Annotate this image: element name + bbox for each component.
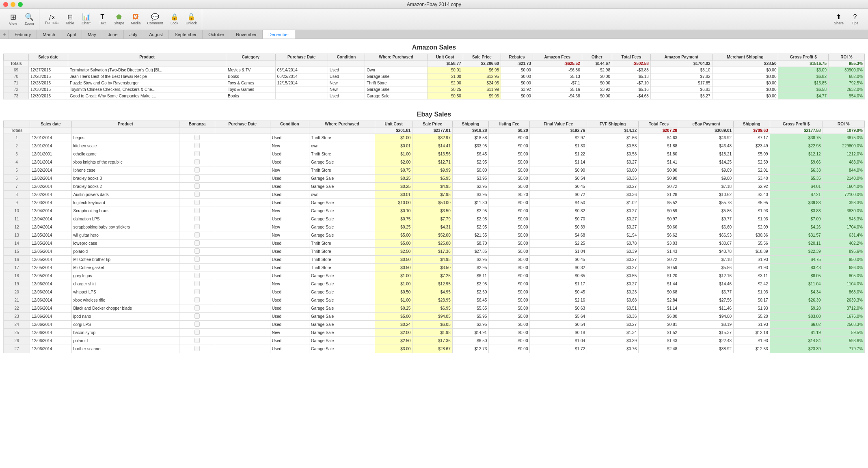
ebay-table-row: 20 12/06/2014 whippet LPS Used Garage Sa… — [4, 288, 865, 296]
ebay-header-ebay-payment: eBay Payment — [679, 121, 734, 127]
ebay-total-fees: $1.44 — [639, 280, 679, 288]
ebay-where: Garage Sale — [309, 223, 375, 231]
ebay-shipping2: $1.93 — [734, 288, 770, 296]
ebay-where: Garage Sale — [309, 329, 375, 337]
ebay-listing-fee: $0.00 — [489, 215, 530, 223]
ebay-total-fees: $1.28 — [639, 191, 679, 199]
amazon-header-amazon-payment: Amazon Payment — [650, 54, 712, 60]
ebay-shipping: $6.45 — [452, 296, 489, 304]
ebay-gross-profit: $7.21 — [770, 191, 823, 199]
ebay-total-fees: $6.62 — [639, 231, 679, 239]
ebay-fvf-shipping: $0.27 — [587, 183, 639, 191]
amazon-header-product: Product — [68, 54, 226, 60]
tab-june[interactable]: June — [102, 30, 124, 39]
ebay-condition: New — [270, 231, 309, 239]
chart-button[interactable]: 📊 Chart — [79, 13, 93, 26]
amazon-header-purchase-date: Purchase Date — [275, 54, 328, 60]
row-num: 73 — [4, 93, 29, 99]
tab-november[interactable]: November — [230, 30, 263, 39]
media-button[interactable]: 🖼 Media — [128, 13, 143, 26]
row-num: 13 — [4, 231, 30, 239]
ebay-bonanza — [179, 142, 215, 150]
amazon-product: Puzzle Stow and Go by Ravensburger — [68, 80, 226, 86]
text-button[interactable]: T Text — [95, 13, 110, 26]
maximize-button[interactable] — [18, 2, 23, 7]
ebay-listing-fee: $0.00 — [489, 264, 530, 272]
tab-febuary[interactable]: Febuary — [9, 30, 37, 39]
tab-august[interactable]: August — [143, 30, 169, 39]
amazon-totals-amazon-payment: $1704.02 — [650, 60, 712, 67]
ebay-where: Garage Sale — [309, 321, 375, 329]
ebay-table-row: 12 12/04/2014 scrapbooking baby boy stic… — [4, 223, 865, 231]
ebay-where: Garage Sale — [309, 175, 375, 183]
ebay-table-row: 25 12/06/2014 bacon syrup New Garage Sal… — [4, 329, 865, 337]
tab-september[interactable]: September — [169, 30, 203, 39]
amazon-header-where: Where Purchased — [365, 54, 428, 60]
ebay-ebay-payment: $22.43 — [679, 337, 734, 345]
comment-button[interactable]: 💬 Comment — [145, 13, 166, 26]
ebay-unit-cost: $1.00 — [375, 296, 412, 304]
table-button[interactable]: ⊟ Table — [63, 13, 77, 26]
ebay-table-row: 16 12/05/2014 Mr Coffee brother tip Used… — [4, 256, 865, 264]
amazon-rebates: $0.00 — [501, 67, 533, 73]
tab-march[interactable]: March — [37, 30, 61, 39]
ebay-purchase-date — [215, 166, 270, 175]
lock-button[interactable]: 🔒 Lock — [167, 13, 182, 26]
share-button[interactable]: ⬆ Share — [831, 13, 846, 26]
amazon-totals-condition — [328, 60, 365, 67]
tab-april[interactable]: April — [61, 30, 82, 39]
amazon-condition: Used — [328, 73, 365, 80]
ebay-listing-fee: $0.00 — [489, 166, 530, 175]
ebay-product: ipod nano — [71, 313, 179, 321]
row-num: 7 — [4, 183, 30, 191]
ebay-where: Garage Sale — [309, 345, 375, 353]
ebay-roi: 72100.0% — [823, 191, 864, 199]
add-sheet-button[interactable]: + — [0, 30, 9, 39]
tab-december[interactable]: December — [263, 30, 295, 39]
tab-october[interactable]: October — [203, 30, 230, 39]
amazon-gross-profit: $15.85 — [778, 80, 829, 86]
ebay-purchase-date — [215, 215, 270, 223]
ebay-fvf: $0.45 — [530, 256, 587, 264]
amazon-gross-profit: $6.58 — [778, 86, 829, 93]
ebay-fvf: $4.68 — [530, 231, 587, 239]
ebay-total-fees: $0.97 — [639, 215, 679, 223]
ebay-gross-profit: $83.80 — [770, 313, 823, 321]
ebay-bonanza — [179, 248, 215, 256]
amazon-unit-cost: $0.50 — [427, 93, 463, 99]
row-num: 16 — [4, 256, 30, 264]
ebay-shipping: $18.58 — [452, 134, 489, 142]
ebay-ebay-payment: $55.78 — [679, 199, 734, 207]
close-button[interactable] — [3, 2, 8, 7]
ebay-roi: 950.0% — [823, 256, 864, 264]
spreadsheet-area[interactable]: Amazon Sales Sales date Product Category… — [0, 39, 868, 468]
amazon-header-amazon-fees: Amazon Fees — [533, 54, 582, 60]
ebay-totals-total-fees: $207.28 — [639, 127, 679, 134]
ebay-bonanza — [179, 345, 215, 353]
zoom-button[interactable]: 🔍 Zoom — [22, 13, 37, 26]
ebay-bonanza — [179, 272, 215, 280]
view-button[interactable]: ⊞ View — [6, 13, 20, 26]
ebay-condition: New — [270, 223, 309, 231]
amazon-totals-row: Totals $158.77 $2,206.60 -$21.73 -$625.5… — [4, 60, 865, 67]
shape-button[interactable]: ⬟ Shape — [111, 13, 127, 26]
ebay-product: polaroid — [71, 248, 179, 256]
minimize-button[interactable] — [11, 2, 15, 7]
amazon-header-date: Sales date — [29, 54, 68, 60]
amazon-other: $3.92 — [582, 86, 612, 93]
unlock-button[interactable]: 🔓 Unlock — [184, 13, 200, 26]
ebay-sale-price: $9.99 — [412, 166, 452, 175]
ebay-listing-fee: $0.00 — [489, 280, 530, 288]
text-icon: T — [100, 14, 104, 20]
formula-button[interactable]: ƒx Formula — [43, 13, 61, 26]
ebay-header-fvf-shipping: FVF Shipping — [587, 121, 639, 127]
amazon-where: Own — [365, 67, 428, 73]
tips-button[interactable]: ? Tips — [848, 13, 862, 26]
ebay-roi: 868.0% — [823, 288, 864, 296]
tab-may[interactable]: May — [82, 30, 102, 39]
ebay-table-row: 7 12/02/2014 bradley books 2 Used Garage… — [4, 183, 865, 191]
ebay-fvf: $1.22 — [530, 150, 587, 158]
amazon-condition: New — [328, 86, 365, 93]
tab-july[interactable]: July — [124, 30, 144, 39]
ebay-shipping2: $1.93 — [734, 256, 770, 264]
